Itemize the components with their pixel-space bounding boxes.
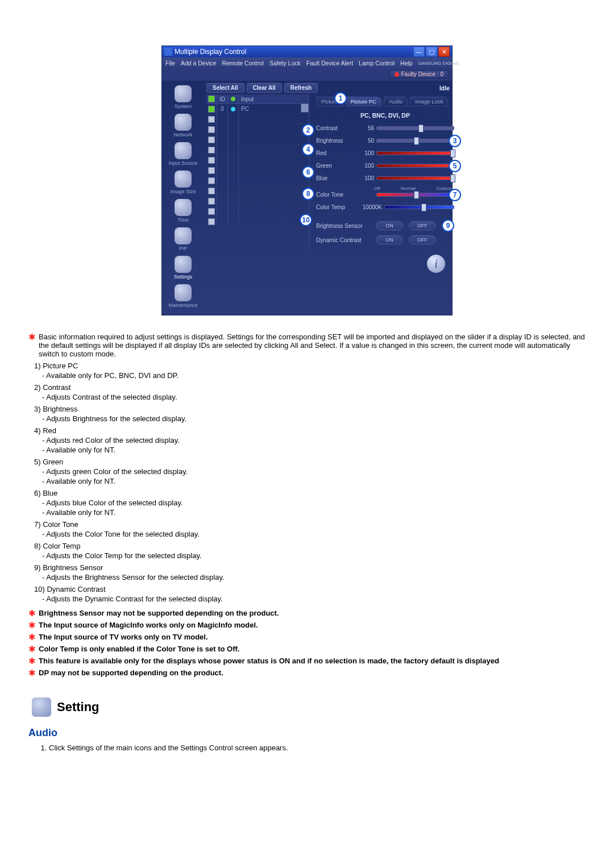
window-title: Multiple Display Control bbox=[175, 48, 246, 56]
list-sub: - Available only for NT. bbox=[42, 508, 586, 517]
star-icon: ✱ bbox=[28, 633, 39, 641]
table-row[interactable] bbox=[206, 206, 309, 217]
list-item: 9) Brightness Sensor- Adjusts the Bright… bbox=[34, 563, 586, 582]
contrast-label: Contrast bbox=[316, 125, 357, 131]
row-checkbox[interactable] bbox=[208, 167, 215, 174]
star-icon: ✱ bbox=[28, 609, 39, 617]
row-checkbox[interactable] bbox=[208, 157, 215, 164]
header-status-icon bbox=[231, 97, 235, 101]
row-checkbox[interactable] bbox=[208, 208, 215, 215]
sidebar-item-image-size[interactable]: Image Size bbox=[162, 169, 204, 196]
list-sub: - Adjusts Brightness for the selected di… bbox=[42, 414, 586, 423]
table-row[interactable] bbox=[206, 217, 309, 227]
app-window: Multiple Display Control — ▢ ✕ File Add … bbox=[161, 45, 453, 315]
table-row[interactable]: 0 PC bbox=[206, 104, 309, 114]
dynamic-contrast-off[interactable]: OFF bbox=[409, 235, 436, 244]
maximize-button[interactable]: ▢ bbox=[426, 47, 437, 57]
brightness-slider[interactable] bbox=[376, 139, 454, 143]
faulty-dot-icon bbox=[395, 72, 399, 77]
red-slider[interactable] bbox=[376, 151, 454, 155]
tab-picture-pc[interactable]: Picture PC bbox=[346, 97, 381, 106]
sidebar-item-input-source[interactable]: Input Source bbox=[162, 141, 204, 167]
blue-row: Blue 100 bbox=[316, 173, 454, 182]
list-sub: - Available only for NT. bbox=[42, 477, 586, 485]
list-item: 10) Dynamic Contrast- Adjusts the Dynami… bbox=[34, 585, 586, 603]
tab-audio[interactable]: Audio bbox=[384, 97, 408, 106]
row-checkbox[interactable] bbox=[208, 116, 215, 123]
brightness-sensor-on[interactable]: ON bbox=[376, 221, 403, 230]
sidebar-item-time[interactable]: Time bbox=[162, 198, 204, 224]
table-row[interactable] bbox=[206, 165, 309, 176]
row-checkbox[interactable] bbox=[208, 218, 215, 225]
scrollbar-thumb[interactable] bbox=[301, 103, 309, 113]
row-checkbox[interactable] bbox=[208, 136, 215, 143]
menu-fault-device-alert[interactable]: Fault Device Alert bbox=[306, 60, 353, 67]
list-item: 3) Brightness- Adjusts Brightness for th… bbox=[34, 405, 586, 423]
close-button[interactable]: ✕ bbox=[438, 47, 450, 57]
table-row[interactable] bbox=[206, 155, 309, 165]
list-sub: - Adjusts the Brightness Sensor for the … bbox=[42, 573, 586, 582]
row-checkbox[interactable] bbox=[208, 126, 215, 133]
contrast-row: Contrast 56 bbox=[316, 123, 454, 132]
annotation-1: 1 bbox=[334, 92, 347, 105]
table-row[interactable] bbox=[206, 145, 309, 155]
menu-lamp-control[interactable]: Lamp Control bbox=[359, 60, 395, 67]
col-input-header: Input bbox=[239, 96, 309, 102]
col-id-header: ID bbox=[217, 94, 228, 103]
star-icon: ✱ bbox=[28, 333, 39, 341]
minimize-button[interactable]: — bbox=[413, 47, 425, 57]
important-note: ✱Color Temp is only enabled if the Color… bbox=[28, 645, 586, 653]
table-row[interactable] bbox=[206, 186, 309, 196]
brightness-row: Brightness 50 3 bbox=[316, 136, 454, 145]
color-tone-slider[interactable] bbox=[376, 193, 454, 197]
menu-remote-control[interactable]: Remote Control bbox=[222, 60, 264, 67]
row-checkbox[interactable] bbox=[208, 198, 215, 205]
tab-image-lock[interactable]: Image Lock bbox=[410, 97, 448, 106]
important-note: ✱DP may not be supported depending on th… bbox=[28, 668, 586, 677]
sidebar: System Network Input Source Image Size T… bbox=[162, 81, 204, 315]
intro-note: ✱ Basic information required to adjust s… bbox=[28, 333, 586, 358]
table-row[interactable] bbox=[206, 196, 309, 206]
color-temp-slider[interactable] bbox=[384, 205, 454, 209]
menu-file[interactable]: File bbox=[165, 60, 175, 67]
menubar: File Add a Device Remote Control Safety … bbox=[162, 57, 452, 69]
time-icon bbox=[175, 199, 192, 216]
list-item: 8) Color Temp- Adjusts the Color Temp fo… bbox=[34, 542, 586, 560]
clear-all-button[interactable]: Clear All bbox=[247, 83, 282, 93]
row-checkbox[interactable] bbox=[208, 188, 215, 194]
dynamic-contrast-on[interactable]: ON bbox=[376, 235, 403, 244]
table-row[interactable] bbox=[206, 124, 309, 135]
select-all-button[interactable]: Select All bbox=[206, 83, 244, 93]
contrast-slider[interactable] bbox=[376, 126, 454, 130]
dynamic-contrast-label: Dynamic Contrast bbox=[316, 237, 370, 243]
table-row[interactable] bbox=[206, 176, 309, 186]
brightness-sensor-label: Brightness Sensor bbox=[316, 223, 370, 229]
brightness-sensor-off[interactable]: OFF bbox=[409, 221, 436, 230]
note-text: The Input source of TV works only on TV … bbox=[39, 633, 586, 641]
contrast-value: 56 bbox=[357, 125, 376, 131]
row-id: 0 bbox=[217, 104, 228, 114]
table-row[interactable] bbox=[206, 135, 309, 145]
green-slider[interactable] bbox=[376, 164, 454, 168]
blue-label: Blue bbox=[316, 175, 357, 181]
refresh-button[interactable]: Refresh bbox=[284, 83, 318, 93]
table-row[interactable] bbox=[206, 114, 309, 124]
sidebar-item-maintenance[interactable]: Maintenance bbox=[162, 283, 204, 309]
sidebar-item-system[interactable]: System bbox=[162, 84, 204, 110]
list-item: 7) Color Tone- Adjusts the Color Tone fo… bbox=[34, 520, 586, 538]
row-checkbox[interactable] bbox=[208, 147, 215, 153]
header-checkbox[interactable] bbox=[208, 95, 215, 102]
row-checkbox[interactable] bbox=[208, 177, 215, 184]
menu-safety-lock[interactable]: Safety Lock bbox=[269, 60, 301, 67]
row-input: PC bbox=[239, 106, 309, 112]
sidebar-item-settings[interactable]: Settings bbox=[162, 255, 204, 281]
sidebar-item-pip[interactable]: PIP bbox=[162, 226, 204, 252]
device-table: ID Input 0 PC bbox=[206, 94, 309, 250]
menu-add-device[interactable]: Add a Device bbox=[181, 60, 216, 67]
star-icon: ✱ bbox=[28, 645, 39, 653]
blue-slider[interactable] bbox=[376, 176, 454, 180]
sidebar-item-network[interactable]: Network bbox=[162, 113, 204, 139]
menu-help[interactable]: Help bbox=[400, 60, 413, 67]
brightness-value: 50 bbox=[357, 138, 376, 144]
row-checkbox[interactable] bbox=[208, 106, 215, 113]
